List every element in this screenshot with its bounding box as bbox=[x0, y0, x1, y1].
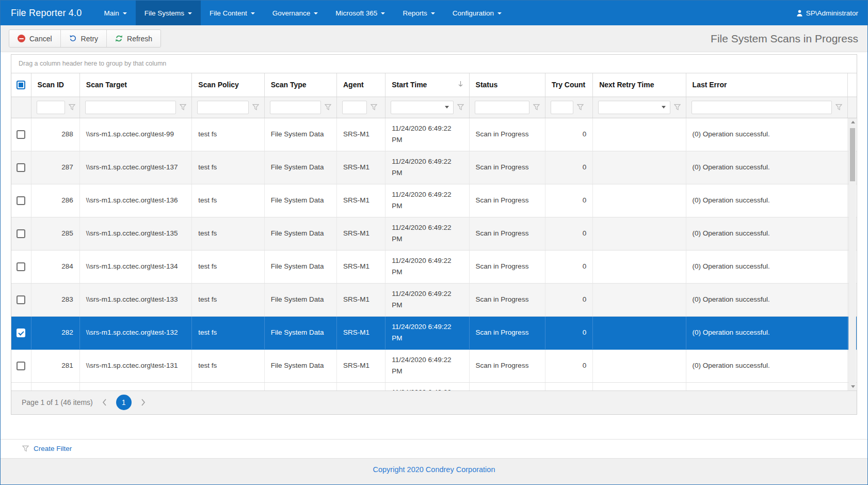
cell-next_retry_time[interactable] bbox=[593, 316, 686, 349]
scroll-down-icon[interactable] bbox=[849, 383, 857, 390]
cell-last_error[interactable]: (0) Operation successful. bbox=[686, 151, 848, 184]
column-header-try-count[interactable]: Try Count bbox=[545, 73, 592, 97]
cell-status[interactable]: Scan in Progress bbox=[469, 184, 545, 217]
cell-status[interactable]: Scan in Progress bbox=[469, 118, 545, 151]
filter-input-scan_id[interactable] bbox=[37, 101, 65, 114]
cell-start_time[interactable]: 11/24/2020 6:49:22 PM bbox=[385, 184, 469, 217]
cell-next_retry_time[interactable] bbox=[593, 283, 686, 316]
table-row[interactable]: 286\\srs-m1.sp.cctec.org\test-136test fs… bbox=[11, 184, 857, 217]
column-header-start-time[interactable]: Start Time bbox=[385, 73, 469, 97]
filter-input-try_count[interactable] bbox=[551, 101, 573, 114]
filter-icon[interactable] bbox=[325, 104, 331, 111]
retry-button[interactable]: Retry bbox=[61, 30, 107, 47]
cell-scan_target[interactable]: \\srs-m1.sp.cctec.org\test-99 bbox=[79, 118, 192, 151]
filter-input-agent[interactable] bbox=[342, 101, 367, 114]
row-checkbox[interactable] bbox=[17, 196, 25, 205]
row-checkbox[interactable] bbox=[17, 295, 25, 304]
column-header-scan-target[interactable]: Scan Target bbox=[79, 73, 192, 97]
cell-next_retry_time[interactable] bbox=[593, 184, 686, 217]
cell-scan_target[interactable]: \\srs-m1.sp.cctec.org\test-132 bbox=[79, 316, 192, 349]
cell-start_time[interactable]: 11/24/2020 6:49:22 PM bbox=[385, 283, 469, 316]
cell-next_retry_time[interactable] bbox=[593, 118, 686, 151]
column-header-agent[interactable]: Agent bbox=[336, 73, 385, 97]
cell-agent[interactable]: SRS-M1 bbox=[336, 283, 385, 316]
cell-scan_target[interactable]: \\srs-m1.sp.cctec.org\test-134 bbox=[79, 250, 192, 283]
cell-last_error[interactable]: (0) Operation successful. bbox=[686, 217, 848, 250]
nav-item-main[interactable]: Main bbox=[95, 1, 135, 25]
table-row[interactable]: 283\\srs-m1.sp.cctec.org\test-133test fs… bbox=[11, 283, 857, 316]
cell-try_count[interactable]: 0 bbox=[545, 118, 592, 151]
create-filter-link[interactable]: Create Filter bbox=[34, 445, 72, 452]
filter-icon[interactable] bbox=[674, 104, 681, 111]
vertical-scrollbar[interactable] bbox=[848, 118, 856, 390]
cell-scan_target[interactable] bbox=[79, 382, 192, 390]
cell-scan_type[interactable]: File System Data bbox=[264, 151, 336, 184]
column-header-scan-policy[interactable]: Scan Policy bbox=[192, 73, 264, 97]
cell-last_error[interactable]: (0) Operation successful. bbox=[686, 316, 848, 349]
cell-agent[interactable] bbox=[336, 382, 385, 390]
row-checkbox[interactable] bbox=[17, 328, 25, 337]
app-brand[interactable]: File Reporter 4.0 bbox=[1, 8, 95, 19]
cell-try_count[interactable] bbox=[545, 382, 592, 390]
cell-scan_policy[interactable]: test fs bbox=[192, 349, 264, 382]
row-checkbox[interactable] bbox=[17, 130, 25, 139]
cell-agent[interactable]: SRS-M1 bbox=[336, 184, 385, 217]
user-menu[interactable]: SP\Administrator bbox=[796, 9, 867, 17]
cell-status[interactable]: Scan in Progress bbox=[469, 349, 545, 382]
cell-status[interactable]: Scan in Progress bbox=[469, 217, 545, 250]
cell-start_time[interactable]: 11/24/2020 6:49:22 PM bbox=[385, 217, 469, 250]
cell-next_retry_time[interactable] bbox=[593, 349, 686, 382]
filter-input-last_error[interactable] bbox=[692, 101, 832, 114]
cell-scan_type[interactable]: File System Data bbox=[264, 316, 336, 349]
filter-icon[interactable] bbox=[371, 104, 377, 111]
cell-scan_type[interactable]: File System Data bbox=[264, 118, 336, 151]
nav-item-governance[interactable]: Governance bbox=[264, 1, 327, 25]
table-row[interactable]: 282\\srs-m1.sp.cctec.org\test-132test fs… bbox=[11, 316, 857, 349]
cell-scan_type[interactable]: File System Data bbox=[264, 184, 336, 217]
cell-start_time[interactable]: 11/24/2020 6:49:22 PM bbox=[385, 250, 469, 283]
filter-input-status[interactable] bbox=[475, 101, 529, 114]
cell-status[interactable] bbox=[469, 382, 545, 390]
copyright-link[interactable]: Copyright 2020 Condrey Corporation bbox=[373, 465, 495, 474]
column-header-last-error[interactable]: Last Error bbox=[686, 73, 848, 97]
table-row[interactable]: 281\\srs-m1.sp.cctec.org\test-131test fs… bbox=[11, 349, 857, 382]
next-page-icon[interactable] bbox=[140, 399, 147, 406]
cell-scan_type[interactable]: File System Data bbox=[264, 349, 336, 382]
cell-scan_policy[interactable]: test fs bbox=[192, 283, 264, 316]
filter-select-next_retry_time[interactable] bbox=[598, 101, 670, 114]
cell-status[interactable]: Scan in Progress bbox=[469, 151, 545, 184]
filter-icon[interactable] bbox=[69, 104, 75, 111]
table-row-partial[interactable]: 11/24/2020 6:49:22 PM bbox=[11, 382, 857, 390]
row-checkbox[interactable] bbox=[17, 362, 25, 370]
cell-last_error[interactable]: (0) Operation successful. bbox=[686, 283, 848, 316]
scrollbar-thumb[interactable] bbox=[850, 128, 855, 181]
cell-agent[interactable]: SRS-M1 bbox=[336, 151, 385, 184]
column-header-next-retry-time[interactable]: Next Retry Time bbox=[593, 73, 686, 97]
cell-start_time[interactable]: 11/24/2020 6:49:22 PM bbox=[385, 316, 469, 349]
cell-scan_id[interactable]: 288 bbox=[31, 118, 79, 151]
cell-last_error[interactable]: (0) Operation successful. bbox=[686, 184, 848, 217]
cell-next_retry_time[interactable] bbox=[593, 151, 686, 184]
cell-try_count[interactable]: 0 bbox=[545, 250, 592, 283]
nav-item-file-systems[interactable]: File Systems bbox=[136, 1, 201, 25]
cell-scan_id[interactable]: 284 bbox=[31, 250, 79, 283]
nav-item-reports[interactable]: Reports bbox=[394, 1, 443, 25]
cell-scan_policy[interactable]: test fs bbox=[192, 184, 264, 217]
filter-icon[interactable] bbox=[577, 104, 584, 111]
cell-last_error[interactable]: (0) Operation successful. bbox=[686, 118, 848, 151]
cell-next_retry_time[interactable] bbox=[593, 217, 686, 250]
select-all-checkbox[interactable] bbox=[17, 81, 25, 89]
previous-page-icon[interactable] bbox=[101, 399, 108, 406]
cell-try_count[interactable]: 0 bbox=[545, 151, 592, 184]
cell-scan_target[interactable]: \\srs-m1.sp.cctec.org\test-135 bbox=[79, 217, 192, 250]
scroll-up-icon[interactable] bbox=[849, 118, 857, 126]
table-row[interactable]: 284\\srs-m1.sp.cctec.org\test-134test fs… bbox=[11, 250, 857, 283]
cell-scan_type[interactable] bbox=[264, 382, 336, 390]
row-checkbox[interactable] bbox=[17, 163, 25, 172]
cell-scan_policy[interactable]: test fs bbox=[192, 217, 264, 250]
column-header-scan-type[interactable]: Scan Type bbox=[264, 73, 336, 97]
filter-input-scan_type[interactable] bbox=[270, 101, 321, 114]
cell-last_error[interactable] bbox=[686, 382, 848, 390]
filter-icon[interactable] bbox=[835, 104, 842, 111]
cell-scan_policy[interactable]: test fs bbox=[192, 316, 264, 349]
